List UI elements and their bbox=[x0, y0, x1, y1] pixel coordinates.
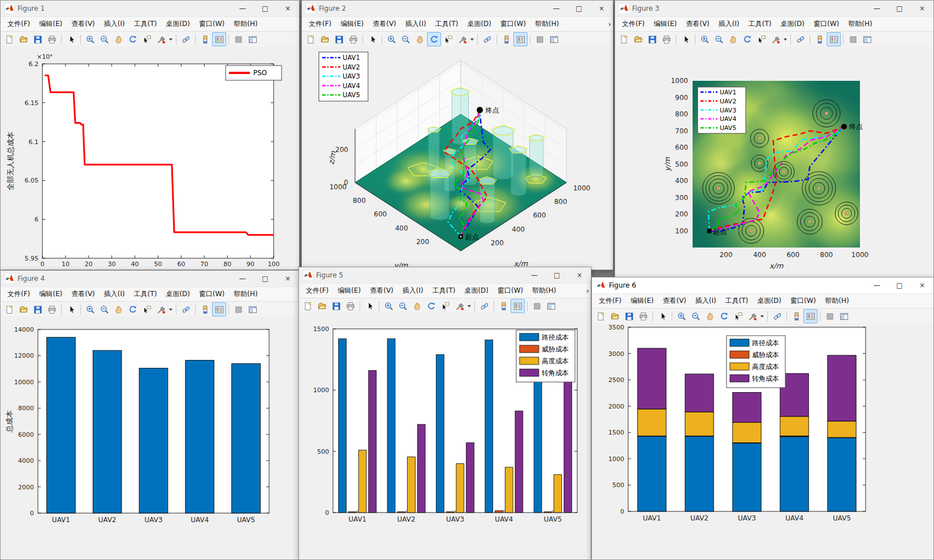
titlebar[interactable]: Figure 5 —□× bbox=[299, 267, 591, 283]
titlebar[interactable]: Figure 1 —□× bbox=[1, 1, 299, 16]
zoom-in-icon[interactable] bbox=[384, 32, 399, 46]
menu-7[interactable]: 帮助(H) bbox=[844, 18, 876, 31]
new-document-icon[interactable] bbox=[594, 309, 608, 323]
new-document-icon[interactable] bbox=[2, 302, 16, 316]
close-button[interactable]: × bbox=[911, 1, 933, 16]
zoom-in-icon[interactable] bbox=[83, 32, 97, 46]
menu-0[interactable]: 文件(F) bbox=[304, 18, 336, 31]
minimize-button[interactable]: — bbox=[866, 277, 888, 293]
open-folder-icon[interactable] bbox=[16, 302, 31, 316]
menu-6[interactable]: 窗口(W) bbox=[194, 288, 229, 301]
menu-5[interactable]: 桌面(D) bbox=[460, 284, 493, 297]
plot-browser-icon[interactable] bbox=[533, 32, 547, 46]
rotate-3d-icon[interactable] bbox=[427, 32, 441, 46]
pan-icon[interactable] bbox=[413, 32, 427, 46]
menu-0[interactable]: 文件(F) bbox=[617, 18, 649, 31]
menu-6[interactable]: 窗口(W) bbox=[493, 284, 527, 297]
print-icon[interactable] bbox=[45, 32, 59, 46]
colormap-icon[interactable] bbox=[496, 299, 511, 313]
brush-icon[interactable] bbox=[154, 302, 168, 316]
legend[interactable]: UAV1UAV2UAV3UAV4UAV5 bbox=[319, 52, 368, 101]
titlebar[interactable]: Figure 3 —□× bbox=[615, 1, 933, 16]
menu-5[interactable]: 桌面(D) bbox=[462, 18, 496, 31]
zoom-out-icon[interactable] bbox=[689, 309, 703, 323]
save-icon[interactable] bbox=[622, 309, 636, 323]
maximize-button[interactable]: □ bbox=[568, 1, 590, 16]
close-button[interactable]: × bbox=[568, 267, 591, 283]
open-folder-icon[interactable] bbox=[608, 309, 622, 323]
cursor-icon[interactable] bbox=[678, 32, 693, 46]
colormap-icon[interactable] bbox=[812, 32, 827, 46]
save-icon[interactable] bbox=[332, 32, 346, 46]
menu-1[interactable]: 编辑(E) bbox=[336, 18, 368, 31]
print-icon[interactable] bbox=[45, 302, 59, 316]
minimize-button[interactable]: — bbox=[231, 1, 254, 16]
zoom-out-icon[interactable] bbox=[399, 32, 413, 46]
colormap-icon[interactable] bbox=[499, 32, 513, 46]
zoom-in-icon[interactable] bbox=[674, 309, 689, 323]
cursor-icon[interactable] bbox=[64, 302, 78, 316]
zoom-in-icon[interactable] bbox=[698, 32, 712, 46]
insert-legend-icon[interactable] bbox=[803, 309, 818, 323]
menu-4[interactable]: 工具(T) bbox=[428, 284, 460, 297]
menu-0[interactable]: 文件(F) bbox=[3, 288, 34, 301]
menu-4[interactable]: 工具(T) bbox=[744, 18, 776, 31]
cursor-icon[interactable] bbox=[64, 32, 78, 46]
data-cursor-icon[interactable] bbox=[754, 32, 768, 46]
figure-palette-icon[interactable] bbox=[547, 32, 561, 46]
save-icon[interactable] bbox=[31, 302, 45, 316]
open-folder-icon[interactable] bbox=[16, 32, 31, 46]
link-plots-icon[interactable] bbox=[770, 309, 784, 323]
maximize-button[interactable]: □ bbox=[888, 1, 911, 16]
data-cursor-icon[interactable] bbox=[438, 299, 452, 313]
link-plots-icon[interactable] bbox=[179, 32, 193, 46]
minimize-button[interactable]: — bbox=[545, 1, 568, 16]
menu-3[interactable]: 插入(I) bbox=[714, 18, 744, 31]
brush-icon[interactable] bbox=[768, 32, 782, 46]
minimize-button[interactable]: — bbox=[523, 267, 546, 283]
insert-legend-icon[interactable] bbox=[212, 302, 226, 316]
new-document-icon[interactable] bbox=[2, 32, 16, 46]
menu-3[interactable]: 插入(I) bbox=[100, 288, 129, 301]
menu-6[interactable]: 窗口(W) bbox=[194, 18, 229, 31]
menu-7[interactable]: 帮助(H) bbox=[530, 18, 563, 31]
rotate-3d-icon[interactable] bbox=[126, 32, 140, 46]
print-icon[interactable] bbox=[343, 299, 357, 313]
cursor-icon[interactable] bbox=[655, 309, 669, 323]
maximize-button[interactable]: □ bbox=[254, 271, 276, 286]
save-icon[interactable] bbox=[645, 32, 659, 46]
caret-down-icon[interactable] bbox=[169, 309, 172, 311]
caret-down-icon[interactable] bbox=[470, 38, 474, 41]
zoom-in-icon[interactable] bbox=[382, 299, 396, 313]
menu-7[interactable]: 帮助(H) bbox=[820, 294, 853, 307]
pan-icon[interactable] bbox=[111, 32, 126, 46]
menu-7[interactable]: 帮助(H) bbox=[229, 18, 262, 31]
plot-browser-icon[interactable] bbox=[846, 32, 860, 46]
menu-5[interactable]: 桌面(D) bbox=[776, 18, 809, 31]
open-folder-icon[interactable] bbox=[631, 32, 645, 46]
menu-2[interactable]: 查看(V) bbox=[365, 284, 398, 297]
menu-2[interactable]: 查看(V) bbox=[681, 18, 714, 31]
data-cursor-icon[interactable] bbox=[140, 32, 154, 46]
zoom-out-icon[interactable] bbox=[97, 302, 111, 316]
colormap-icon[interactable] bbox=[789, 309, 803, 323]
open-folder-icon[interactable] bbox=[318, 32, 332, 46]
link-plots-icon[interactable] bbox=[477, 299, 491, 313]
rotate-3d-icon[interactable] bbox=[126, 302, 140, 316]
menu-overflow-chevron[interactable]: › bbox=[586, 286, 589, 295]
maximize-button[interactable]: □ bbox=[254, 1, 276, 16]
rotate-3d-icon[interactable] bbox=[717, 309, 731, 323]
maximize-button[interactable]: □ bbox=[546, 267, 568, 283]
menu-4[interactable]: 工具(T) bbox=[431, 18, 463, 31]
menu-2[interactable]: 查看(V) bbox=[67, 18, 100, 31]
brush-icon[interactable] bbox=[154, 32, 168, 46]
menu-7[interactable]: 帮助(H) bbox=[229, 288, 262, 301]
legend[interactable]: UAV1UAV2UAV3UAV4UAV5 bbox=[698, 87, 746, 133]
menu-4[interactable]: 工具(T) bbox=[129, 288, 162, 301]
figure-palette-icon[interactable] bbox=[837, 309, 851, 323]
menu-5[interactable]: 桌面(D) bbox=[161, 18, 194, 31]
insert-legend-icon[interactable] bbox=[827, 32, 841, 46]
save-icon[interactable] bbox=[329, 299, 343, 313]
menu-0[interactable]: 文件(F) bbox=[594, 294, 626, 307]
print-icon[interactable] bbox=[636, 309, 650, 323]
